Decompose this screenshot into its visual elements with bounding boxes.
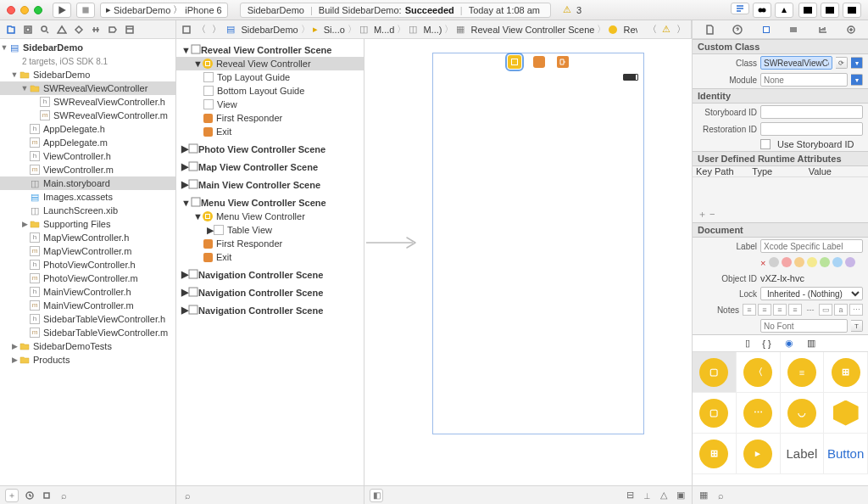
view-controller-chip-icon[interactable] — [508, 55, 521, 69]
doc-label-field[interactable] — [760, 239, 863, 253]
related-items-icon[interactable] — [181, 24, 192, 36]
standard-editor-button[interactable] — [731, 3, 749, 14]
outline-item[interactable]: ▼Reveal View Controller — [176, 57, 364, 70]
outline-scene[interactable]: ▶Photo View Controller Scene — [176, 142, 364, 156]
interface-builder-canvas[interactable] — [364, 39, 692, 485]
warning-icon[interactable]: ⚠ — [563, 4, 571, 15]
label-color-chip[interactable] — [769, 257, 779, 267]
use-storyboard-id-checkbox[interactable] — [760, 139, 771, 149]
nav-item[interactable]: ▶Products — [0, 353, 175, 367]
toggle-debug-button[interactable] — [821, 3, 839, 18]
nav-item[interactable]: ◫LaunchScreen.xib — [0, 204, 175, 217]
stop-button[interactable] — [76, 3, 95, 18]
outline-item[interactable]: First Responder — [176, 237, 364, 250]
udra-add-remove[interactable]: ＋ − — [693, 206, 868, 222]
label-color-chip[interactable] — [794, 257, 804, 267]
align-center-icon[interactable]: ≡ — [758, 304, 771, 316]
outline-scene[interactable]: ▼Reveal View Controller Scene — [176, 42, 364, 57]
nav-item[interactable]: mPhotoViewController.m — [0, 272, 175, 285]
class-field[interactable] — [760, 56, 832, 70]
restoration-id-field[interactable] — [760, 122, 863, 136]
outline-item[interactable]: Bottom Layout Guide — [176, 84, 364, 98]
library-item[interactable]: ⋯ — [737, 393, 781, 434]
library-item[interactable] — [824, 393, 868, 434]
scene-canvas-view[interactable] — [432, 53, 644, 434]
media-library-icon[interactable]: ▥ — [807, 338, 815, 349]
library-item[interactable]: ⊞ — [824, 352, 868, 393]
class-dropdown-icon[interactable]: ▾ — [851, 57, 863, 69]
nav-item[interactable]: hAppDelegate.h — [0, 122, 175, 136]
align-left-icon[interactable]: ≡ — [743, 304, 756, 316]
symbol-navigator-icon[interactable] — [22, 24, 34, 36]
object-library-icon[interactable]: ◉ — [783, 338, 795, 350]
filter-icon[interactable]: ⌕ — [58, 490, 70, 501]
label-color-chip[interactable] — [845, 257, 855, 267]
issue-navigator-icon[interactable] — [56, 24, 68, 36]
outline-item[interactable]: Top Layout Guide — [176, 70, 364, 84]
next-issue-button[interactable]: 〉 — [676, 24, 686, 36]
resolve-issues-button[interactable]: △ — [658, 490, 670, 501]
debug-navigator-icon[interactable] — [90, 24, 102, 36]
project-root[interactable]: ▼▤SidebarDemo — [0, 41, 175, 54]
outline-scene[interactable]: ▶Map View Controller Scene — [176, 160, 364, 174]
notes-color-icon[interactable]: ▭ — [819, 304, 832, 316]
outline-scene[interactable]: ▶Navigation Controller Scene — [176, 285, 364, 300]
scheme-selector[interactable]: ▸ SidebarDemo 〉 iPhone 6 — [100, 3, 228, 18]
nav-item[interactable]: hViewController.h — [0, 149, 175, 163]
exit-chip-icon[interactable] — [557, 56, 569, 68]
library-item[interactable]: ≡ — [781, 352, 825, 393]
attributes-inspector-icon[interactable] — [788, 24, 800, 36]
test-navigator-icon[interactable] — [73, 24, 85, 36]
connections-inspector-icon[interactable] — [845, 24, 857, 36]
close-window-button[interactable] — [7, 6, 15, 14]
breakpoint-navigator-icon[interactable] — [107, 24, 119, 36]
issue-warning-icon[interactable]: ⚠ — [662, 24, 670, 35]
add-target-button[interactable]: ＋ — [5, 489, 19, 502]
recent-filter-icon[interactable] — [24, 490, 36, 501]
nav-item[interactable]: ▶Supporting Files — [0, 217, 175, 231]
toggle-outline-button[interactable]: ◧ — [370, 489, 383, 502]
nav-item[interactable]: mSidebarTableViewController.m — [0, 326, 175, 339]
class-arrow-icon[interactable]: ⟳ — [836, 57, 848, 69]
label-color-chip[interactable] — [820, 257, 830, 267]
nav-item[interactable]: hSWRevealViewController.h — [0, 95, 175, 109]
identity-inspector-icon[interactable] — [760, 24, 772, 36]
scm-filter-icon[interactable] — [41, 490, 53, 501]
outline-scene[interactable]: ▶Navigation Controller Scene — [176, 267, 364, 282]
outline-scene[interactable]: ▼Menu View Controller Scene — [176, 195, 364, 210]
lock-select[interactable]: Inherited - (Nothing) — [760, 287, 863, 300]
outline-item[interactable]: ▶Table View — [176, 223, 364, 237]
first-responder-chip-icon[interactable] — [533, 56, 545, 68]
nav-item[interactable]: ◫Main.storyboard — [0, 176, 175, 190]
nav-item[interactable]: ▤Images.xcassets — [0, 190, 175, 204]
forward-button[interactable]: 〉 — [212, 24, 222, 36]
notes-font-icon[interactable]: a — [834, 304, 848, 316]
library-view-grid-icon[interactable]: ▦ — [698, 490, 709, 501]
size-inspector-icon[interactable] — [817, 24, 829, 36]
nav-item[interactable]: mMainViewController.m — [0, 299, 175, 312]
prev-issue-button[interactable]: 〈 — [648, 24, 658, 36]
jump-bar[interactable]: 〈 〉 ▤ SidebarDemo〉 ▸ Si...o〉 ◫ M...d〉 ◫ … — [176, 20, 692, 38]
outline-item[interactable]: First Responder — [176, 111, 364, 125]
library-item[interactable]: ▸ — [737, 434, 781, 474]
library-item[interactable]: 〈 — [737, 352, 781, 393]
nav-item[interactable]: mViewController.m — [0, 163, 175, 176]
minimize-window-button[interactable] — [20, 6, 29, 14]
report-navigator-icon[interactable] — [124, 24, 136, 36]
outline-scene[interactable]: ▶Navigation Controller Scene — [176, 303, 364, 317]
nav-item[interactable]: hPhotoViewController.h — [0, 258, 175, 272]
toggle-navigator-button[interactable] — [798, 3, 817, 18]
nav-item[interactable]: mMapViewController.m — [0, 244, 175, 258]
library-item[interactable]: ▢ — [693, 352, 737, 393]
nav-item[interactable]: ▼SidebarDemo — [0, 68, 175, 81]
version-editor-button[interactable] — [775, 3, 793, 18]
toggle-inspector-button[interactable] — [843, 3, 861, 18]
module-field[interactable] — [760, 73, 848, 87]
storyboard-id-field[interactable] — [760, 105, 863, 119]
project-navigator-icon[interactable] — [5, 24, 17, 36]
outline-scene[interactable]: ▶Main View Controller Scene — [176, 177, 364, 192]
file-template-library-icon[interactable]: ▯ — [745, 338, 750, 349]
notes-more-icon[interactable]: ⋯ — [849, 304, 863, 316]
library-item[interactable]: ◡ — [781, 393, 825, 434]
nav-item[interactable]: mAppDelegate.m — [0, 136, 175, 149]
